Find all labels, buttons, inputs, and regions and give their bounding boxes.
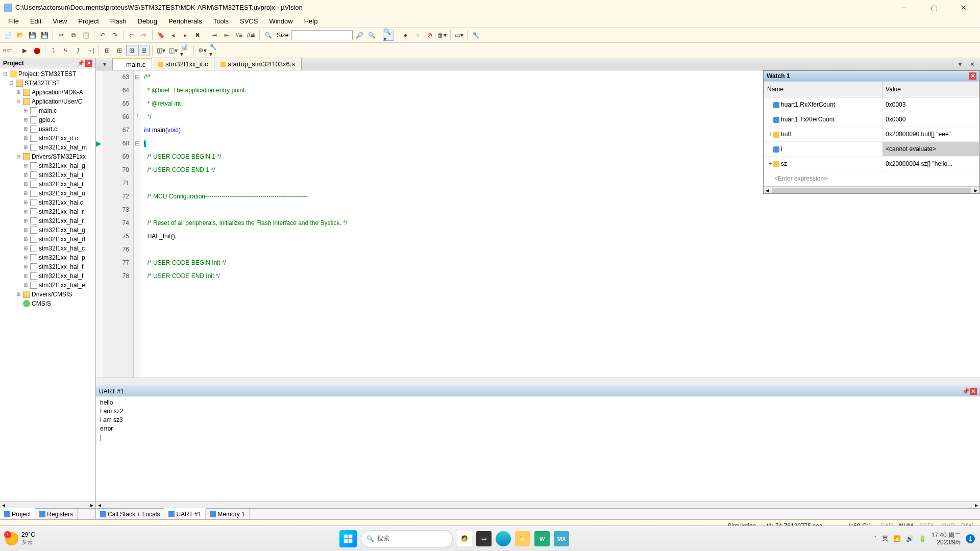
taskbar-app-wps[interactable]: W — [534, 531, 550, 546]
tab-dropdown-icon[interactable]: ▾ — [99, 59, 110, 70]
tray-notif[interactable]: 1 — [966, 534, 975, 543]
debug-icon[interactable]: 🔍▾ — [383, 30, 394, 41]
tab-nav-dropdown-icon[interactable]: ▾ — [954, 59, 966, 70]
analyze-icon[interactable]: 📊▾ — [180, 45, 191, 56]
new-icon[interactable]: 📄 — [2, 30, 13, 41]
taskbar-search[interactable]: 🔍 搜索 — [361, 530, 453, 547]
indent-icon[interactable]: ⇥ — [209, 30, 220, 41]
run-icon[interactable]: ▶ — [19, 45, 30, 56]
project-file[interactable]: ⊞stm32f1xx_hal_e — [1, 281, 94, 290]
window3-icon[interactable]: ◫▾ — [167, 45, 179, 56]
save-icon[interactable]: 💾 — [27, 30, 38, 41]
redo-icon[interactable]: ↷ — [109, 30, 120, 41]
close-button[interactable]: ✕ — [953, 1, 974, 15]
watch-row[interactable]: +buff0x20000090 buff[] "eee" — [764, 127, 979, 142]
menu-help[interactable]: Help — [299, 16, 323, 26]
tray-wifi-icon[interactable]: 📶 — [893, 535, 901, 542]
watch-col-name[interactable]: Name — [764, 82, 883, 97]
uart-scroll-left-icon[interactable]: ◂ — [96, 502, 103, 508]
copy-icon[interactable]: ⧉ — [68, 30, 79, 41]
project-file[interactable]: ⊞stm32f1xx_hal_m — [1, 143, 94, 152]
uart-tab[interactable]: UART #1 — [164, 508, 206, 519]
menu-debug[interactable]: Debug — [133, 16, 162, 26]
project-root[interactable]: ⊟Project: STM32TEST — [1, 69, 94, 79]
project-file[interactable]: ⊞stm32f1xx_hal_u — [1, 189, 94, 198]
project-file[interactable]: ⊞gpio.c — [1, 115, 94, 124]
size-combo[interactable] — [291, 30, 353, 40]
project-file[interactable]: ⊞stm32f1xx_hal_c — [1, 244, 94, 253]
registers-tab[interactable]: Registers — [35, 509, 78, 519]
cut-icon[interactable]: ✂ — [56, 30, 67, 41]
open-icon[interactable]: 📂 — [14, 30, 26, 41]
tray-volume-icon[interactable]: 🔊 — [906, 535, 914, 542]
project-file[interactable]: ⊞stm32f1xx_hal_d — [1, 235, 94, 244]
project-group[interactable]: ⊟Application/User/C — [1, 97, 94, 106]
show1-icon[interactable]: ⊞ — [102, 45, 113, 56]
project-tree[interactable]: ⊟Project: STM32TEST⊟STM32TEST⊞Applicatio… — [0, 68, 95, 501]
show2-icon[interactable]: ⊞ — [114, 45, 125, 56]
uncomment-icon[interactable]: //≢ — [246, 30, 257, 41]
uart-console[interactable]: helloI am sz2i am sz3error| — [96, 396, 980, 501]
project-file[interactable]: ⊞stm32f1xx_hal_t — [1, 170, 94, 180]
tray-battery-icon[interactable]: 🔋 — [919, 535, 926, 542]
show4-icon[interactable]: ⊞ — [138, 45, 150, 56]
system-icon[interactable]: ⚙▾ — [197, 45, 208, 56]
menu-svcs[interactable]: SVCS — [235, 16, 263, 26]
tray-chevron-icon[interactable]: ˄ — [874, 535, 877, 542]
uart-scroll-right-icon[interactable]: ▸ — [973, 502, 980, 508]
watch-col-value[interactable]: Value — [883, 82, 979, 97]
watch-window[interactable]: Watch 1 ✕ Name Value huart1.RxXferCount0… — [763, 70, 980, 194]
project-file[interactable]: ⊞stm32f1xx_it.c — [1, 134, 94, 143]
menu-flash[interactable]: Flash — [105, 16, 132, 26]
menu-window[interactable]: Window — [264, 16, 298, 26]
comment-icon[interactable]: //≡ — [233, 30, 244, 41]
navback-icon[interactable]: ⇦ — [126, 30, 137, 41]
project-tab[interactable]: Project — [0, 508, 35, 519]
watch-scrollbar[interactable]: ◂▸ — [764, 186, 979, 193]
scroll-right-icon[interactable]: ▸ — [88, 502, 95, 508]
taskbar-app-edge[interactable] — [496, 531, 511, 546]
project-file[interactable]: ⊞stm32f1xx_hal_r — [1, 216, 94, 226]
watch-row[interactable]: i<cannot evaluate> — [764, 142, 979, 157]
stop-icon[interactable]: ⬤ — [31, 45, 42, 56]
menu-peripherals[interactable]: Peripherals — [163, 16, 207, 26]
code-editor[interactable]: ▶ 63646566676869707172737475767778 ⊟└⊟ /… — [96, 70, 980, 378]
stepin-icon[interactable]: ⤵ — [48, 45, 59, 56]
panel-close-icon[interactable]: ✕ — [85, 60, 92, 67]
project-file[interactable]: ⊞usart.c — [1, 124, 94, 134]
project-file[interactable]: ⊞stm32f1xx_hal_r — [1, 207, 94, 216]
findinfiles-icon[interactable]: 🔎 — [354, 30, 365, 41]
stepover-icon[interactable]: ⤷ — [60, 45, 71, 56]
record3-icon[interactable]: ⊘ — [424, 30, 435, 41]
system-tray[interactable]: ˄ 英 📶 🔊 🔋 17:40 周二 2023/9/5 1 — [874, 532, 975, 546]
bookmark-next-icon[interactable]: ▸ — [180, 30, 191, 41]
paste-icon[interactable]: 📋 — [80, 30, 91, 41]
show3-icon[interactable]: ⊞ — [126, 45, 137, 56]
watch-row[interactable]: huart1.RxXferCount0x0003 — [764, 97, 979, 112]
tools2-icon[interactable]: 🔧▾ — [209, 45, 220, 56]
scroll-left-icon[interactable]: ◂ — [0, 502, 7, 508]
bookmark-prev-icon[interactable]: ◂ — [167, 30, 179, 41]
editor-tab[interactable]: main.c — [112, 58, 152, 70]
watch-enter[interactable]: <Enter expression> — [764, 171, 979, 186]
config-icon[interactable]: 🔧 — [470, 30, 481, 41]
menu-file[interactable]: File — [3, 16, 24, 26]
window2-icon[interactable]: ◫▾ — [155, 45, 166, 56]
bookmark-clear-icon[interactable]: ✖ — [192, 30, 203, 41]
kill-icon[interactable]: 🗑▾ — [436, 30, 448, 41]
tab-close-icon[interactable]: ✕ — [967, 59, 978, 70]
window-icon[interactable]: ▭▾ — [453, 30, 464, 41]
saveall-icon[interactable]: 💾 — [39, 30, 50, 41]
maximize-button[interactable]: ▢ — [924, 1, 944, 15]
menu-edit[interactable]: Edit — [25, 16, 46, 26]
callstack-tab[interactable]: Call Stack + Locals — [96, 509, 164, 519]
find-icon[interactable]: 🔍 — [262, 30, 274, 41]
taskbar-app-1[interactable]: 🧑 — [457, 531, 472, 546]
editor-tab[interactable]: startup_stm32f103x6.s — [214, 58, 302, 70]
outdent-icon[interactable]: ⇤ — [221, 30, 232, 41]
menu-view[interactable]: View — [47, 16, 72, 26]
reset-icon[interactable]: RST — [2, 45, 13, 56]
menu-tools[interactable]: Tools — [208, 16, 234, 26]
record2-icon[interactable]: ○ — [412, 30, 423, 41]
project-file[interactable]: ⊞stm32f1xx_hal_p — [1, 253, 94, 262]
